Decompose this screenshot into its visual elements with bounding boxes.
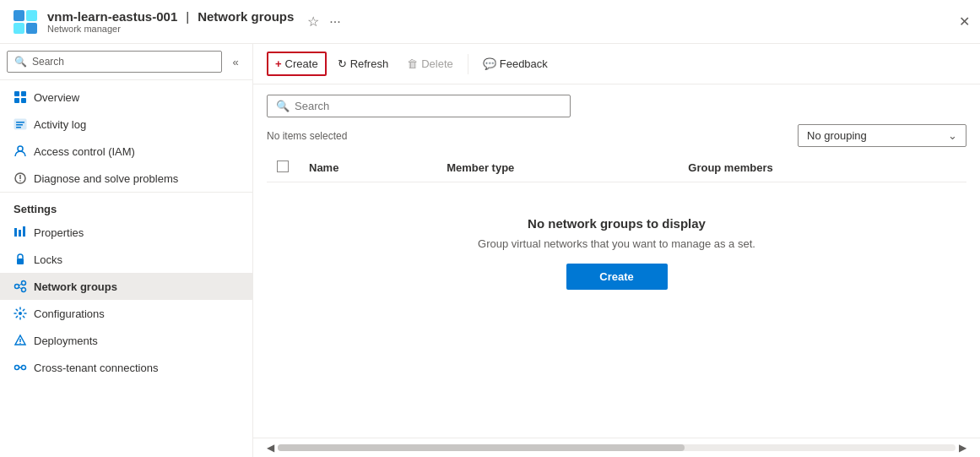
toolbar: + Create ↻ Refresh 🗑 Delete 💬 Feedback <box>253 44 980 84</box>
chevron-down-icon: ⌄ <box>948 129 957 142</box>
network-groups-icon <box>14 280 27 293</box>
svg-line-23 <box>19 284 22 286</box>
sidebar-item-label: Properties <box>34 226 84 239</box>
svg-point-15 <box>19 180 21 182</box>
empty-state-subtitle: Group virtual networks that you want to … <box>478 237 755 250</box>
scroll-thumb[interactable] <box>278 444 685 451</box>
activity-log-icon <box>14 117 27 131</box>
svg-rect-9 <box>16 122 24 123</box>
sidebar-item-label: Network groups <box>34 280 117 293</box>
toolbar-separator <box>468 54 468 74</box>
table-meta-row: No items selected No grouping ⌄ <box>253 124 980 154</box>
deployments-icon <box>14 334 27 347</box>
scroll-bar-area: ◀ ▶ <box>253 438 980 457</box>
main-content: + Create ↻ Refresh 🗑 Delete 💬 Feedback <box>253 44 980 457</box>
svg-rect-4 <box>14 91 19 96</box>
header: vnm-learn-eastus-001 | Network groups Ne… <box>0 0 980 44</box>
svg-rect-5 <box>21 91 26 96</box>
favorite-icon[interactable]: ☆ <box>307 14 319 30</box>
sidebar-item-locks[interactable]: Locks <box>0 246 252 273</box>
svg-line-24 <box>19 287 22 289</box>
close-icon[interactable]: ✕ <box>959 14 970 30</box>
table-area: 🔍 No items selected No grouping ⌄ <box>253 84 980 457</box>
sidebar-navigation: Overview Activity log Access control (IA… <box>0 80 252 384</box>
empty-state: No network groups to display Group virtu… <box>267 182 966 324</box>
svg-point-22 <box>22 288 26 292</box>
create-plus-icon: + <box>275 57 282 70</box>
network-groups-table: Name Member type Group members No networ… <box>267 154 966 324</box>
sidebar-search-box[interactable]: 🔍 Search <box>7 51 222 73</box>
resource-logo <box>10 7 41 37</box>
scroll-right-arrow[interactable]: ▶ <box>959 442 966 454</box>
feedback-button[interactable]: 💬 Feedback <box>475 52 555 75</box>
cross-tenant-icon <box>14 361 27 374</box>
svg-rect-10 <box>16 124 23 126</box>
table-filter-row: 🔍 <box>253 84 980 124</box>
create-button[interactable]: + Create <box>267 52 327 76</box>
diagnose-icon <box>14 171 27 185</box>
table-search-box[interactable]: 🔍 <box>267 95 571 117</box>
refresh-button[interactable]: ↻ Refresh <box>330 52 397 75</box>
collapse-icon: « <box>232 56 238 68</box>
svg-rect-0 <box>14 10 24 21</box>
sidebar-item-label: Activity log <box>34 118 86 131</box>
overview-icon <box>14 90 27 104</box>
feedback-icon: 💬 <box>483 57 496 70</box>
svg-rect-18 <box>23 226 25 237</box>
sidebar-item-label: Diagnose and solve problems <box>34 172 178 185</box>
header-title-block: vnm-learn-eastus-001 | Network groups Ne… <box>47 9 294 34</box>
sidebar-item-label: Configurations <box>34 307 105 320</box>
sidebar-item-activity-log[interactable]: Activity log <box>0 111 252 138</box>
horizontal-scrollbar[interactable] <box>278 444 956 451</box>
sidebar-collapse-button[interactable]: « <box>225 52 246 72</box>
svg-point-30 <box>22 366 26 370</box>
configurations-icon <box>14 307 27 320</box>
table-search-icon: 🔍 <box>276 100 290 112</box>
svg-rect-17 <box>19 230 21 237</box>
sidebar-item-properties[interactable]: Properties <box>0 219 252 246</box>
svg-rect-6 <box>14 98 19 103</box>
resource-name: vnm-learn-eastus-001 <box>47 9 177 24</box>
sidebar-item-configurations[interactable]: Configurations <box>0 300 252 327</box>
svg-rect-16 <box>14 228 17 237</box>
svg-rect-2 <box>14 23 24 34</box>
svg-point-28 <box>19 343 20 344</box>
svg-point-29 <box>15 366 19 370</box>
sidebar-item-diagnose[interactable]: Diagnose and solve problems <box>0 165 252 192</box>
scroll-left-arrow[interactable]: ◀ <box>267 442 274 454</box>
svg-point-20 <box>15 285 19 289</box>
sidebar-item-label: Overview <box>34 91 79 104</box>
column-header-name: Name <box>299 154 436 182</box>
empty-state-create-button[interactable]: Create <box>566 264 668 290</box>
table-search-input[interactable] <box>295 100 561 112</box>
feedback-label: Feedback <box>500 57 548 70</box>
sidebar-item-overview[interactable]: Overview <box>0 84 252 111</box>
sidebar-search-row: 🔍 Search « <box>0 44 252 80</box>
grouping-select[interactable]: No grouping ⌄ <box>798 124 966 147</box>
header-separator: | <box>186 9 189 24</box>
sidebar-item-access-control[interactable]: Access control (IAM) <box>0 138 252 165</box>
svg-rect-19 <box>17 258 24 264</box>
sidebar-search-label: Search <box>32 56 64 68</box>
grouping-label: No grouping <box>807 129 867 142</box>
delete-icon: 🗑 <box>407 57 418 70</box>
create-label: Create <box>285 57 318 70</box>
checkbox-header[interactable] <box>267 154 299 182</box>
locks-icon <box>14 253 27 266</box>
delete-button[interactable]: 🗑 Delete <box>399 52 461 75</box>
main-layout: 🔍 Search « Overview Activity log <box>0 44 980 457</box>
column-header-group-members: Group members <box>678 154 966 182</box>
more-options-icon[interactable]: ··· <box>329 14 340 30</box>
delete-label: Delete <box>421 57 453 70</box>
refresh-label: Refresh <box>350 57 389 70</box>
sidebar-item-cross-tenant[interactable]: Cross-tenant connections <box>0 354 252 381</box>
svg-point-21 <box>22 281 26 286</box>
empty-state-title: No network groups to display <box>528 216 706 231</box>
sidebar-item-label: Access control (IAM) <box>34 145 135 158</box>
settings-section-header: Settings <box>0 192 252 219</box>
sidebar-item-label: Deployments <box>34 335 98 347</box>
sidebar-item-network-groups[interactable]: Network groups <box>0 273 252 300</box>
select-all-checkbox[interactable] <box>277 160 289 172</box>
properties-icon <box>14 226 27 239</box>
sidebar-item-deployments[interactable]: Deployments <box>0 327 252 354</box>
